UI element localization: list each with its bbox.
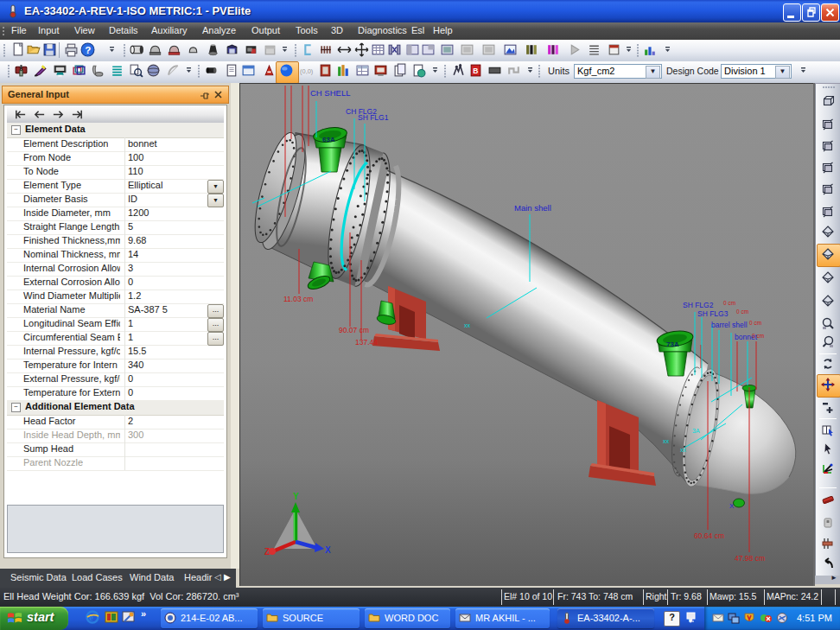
svg-text:Main shell: Main shell <box>514 203 551 213</box>
svg-text:90.07 cm: 90.07 cm <box>339 326 369 334</box>
svg-text:3A: 3A <box>692 428 700 434</box>
svg-text:0 cm: 0 cm <box>752 333 764 339</box>
svg-text:barrel shell: barrel shell <box>711 321 748 329</box>
svg-text:SH FLG1: SH FLG1 <box>358 113 389 122</box>
svg-text:Y: Y <box>293 492 299 501</box>
svg-text:X: X <box>325 545 331 555</box>
svg-text:?: ? <box>85 44 91 55</box>
svg-text:xx: xx <box>663 438 670 444</box>
svg-text:137.44: 137.44 <box>355 338 378 347</box>
svg-text:47.98 cm: 47.98 cm <box>735 554 765 563</box>
svg-text:SH FLG2: SH FLG2 <box>683 301 714 309</box>
svg-text:63A: 63A <box>322 136 335 143</box>
svg-text:60.64 cm: 60.64 cm <box>694 531 724 540</box>
svg-text:e: e <box>89 612 93 622</box>
svg-text:B: B <box>473 67 478 75</box>
svg-text:SH FLG3: SH FLG3 <box>697 309 729 318</box>
svg-text:Z: Z <box>264 547 270 557</box>
svg-text:xx: xx <box>464 322 471 328</box>
svg-text:X: X <box>729 502 735 510</box>
svg-text:(0,0): (0,0) <box>300 67 314 75</box>
svg-text:0 cm: 0 cm <box>723 300 735 306</box>
svg-text:73A: 73A <box>666 340 679 348</box>
svg-text:CH SHELL: CH SHELL <box>310 88 350 98</box>
svg-text:11.03 cm: 11.03 cm <box>283 295 313 303</box>
svg-text:0 cm: 0 cm <box>749 320 761 326</box>
svg-text:xx: xx <box>680 447 687 453</box>
svg-text:0 cm: 0 cm <box>736 309 748 315</box>
